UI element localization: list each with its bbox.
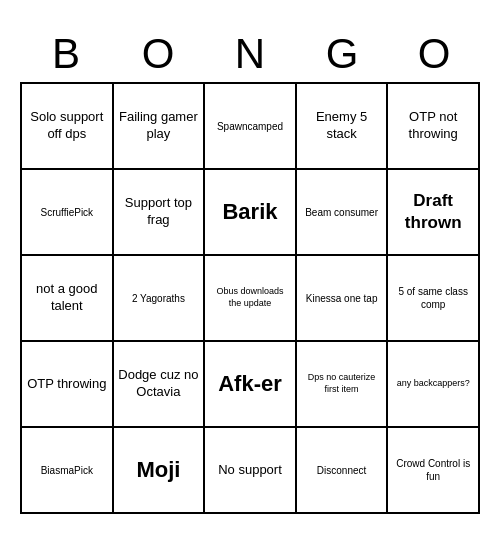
cell-14: 5 of same class comp: [388, 256, 480, 342]
bingo-grid: Solo support off dpsFailing gamer playSp…: [20, 82, 480, 514]
cell-17: Afk-er: [205, 342, 297, 428]
cell-21: Moji: [114, 428, 206, 514]
cell-20: BiasmaPick: [22, 428, 114, 514]
bingo-card: BONGO Solo support off dpsFailing gamer …: [10, 20, 490, 524]
cell-9: Draft thrown: [388, 170, 480, 256]
cell-1: Failing gamer play: [114, 84, 206, 170]
cell-5: ScruffiePick: [22, 170, 114, 256]
title-letter-B: B: [23, 30, 109, 78]
cell-8: Beam consumer: [297, 170, 389, 256]
cell-10: not a good talent: [22, 256, 114, 342]
cell-18: Dps no cauterize first item: [297, 342, 389, 428]
cell-3: Enemy 5 stack: [297, 84, 389, 170]
cell-13: Kinessa one tap: [297, 256, 389, 342]
cell-15: OTP throwing: [22, 342, 114, 428]
cell-19: any backcappers?: [388, 342, 480, 428]
cell-16: Dodge cuz no Octavia: [114, 342, 206, 428]
title-letter-G: G: [299, 30, 385, 78]
title-letter-O: O: [391, 30, 477, 78]
bingo-title: BONGO: [20, 30, 480, 78]
cell-0: Solo support off dps: [22, 84, 114, 170]
cell-12: Obus downloads the update: [205, 256, 297, 342]
cell-6: Support top frag: [114, 170, 206, 256]
cell-22: No support: [205, 428, 297, 514]
cell-24: Crowd Control is fun: [388, 428, 480, 514]
cell-2: Spawncamped: [205, 84, 297, 170]
title-letter-N: N: [207, 30, 293, 78]
title-letter-O: O: [115, 30, 201, 78]
cell-4: OTP not throwing: [388, 84, 480, 170]
cell-11: 2 Yagoraths: [114, 256, 206, 342]
cell-23: Disconnect: [297, 428, 389, 514]
cell-7: Barik: [205, 170, 297, 256]
